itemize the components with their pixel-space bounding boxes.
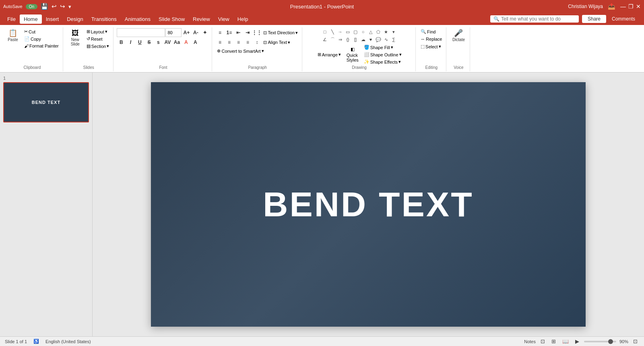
convert-smartart-button[interactable]: ⊕ Convert to SmartArt ▾	[215, 48, 265, 54]
close-button[interactable]: ✕	[636, 3, 641, 10]
shape-dangle-btn[interactable]: ⌒	[329, 36, 336, 43]
menu-item-transitions[interactable]: Transitions	[87, 15, 121, 24]
shape-formula-btn[interactable]: ∑	[390, 36, 397, 43]
slideshow-view-button[interactable]: ▶	[574, 338, 581, 345]
canvas-area[interactable]: BEND TEXT	[93, 73, 644, 336]
increase-font-button[interactable]: A+	[182, 28, 191, 37]
shape-heart-btn[interactable]: ♥	[367, 36, 374, 43]
format-painter-button[interactable]: 🖌 Format Painter	[23, 43, 60, 49]
copy-button[interactable]: 📄 Copy	[23, 35, 60, 42]
menu-item-slideshow[interactable]: Slide Show	[155, 15, 189, 24]
redo-icon[interactable]: ↪	[60, 3, 65, 10]
shape-outline-button[interactable]: ⬜ Shape Outline ▾	[362, 51, 403, 58]
section-button[interactable]: ▤ Section ▾	[85, 43, 111, 50]
clear-format-button[interactable]: ✦	[200, 28, 209, 37]
paste-button[interactable]: 📋 Paste	[4, 28, 22, 43]
menu-item-animations[interactable]: Animations	[121, 15, 155, 24]
shape-cloud-btn[interactable]: ☁	[359, 36, 367, 43]
shape-triangle-btn[interactable]: △	[367, 28, 374, 35]
menu-item-view[interactable]: View	[214, 15, 233, 24]
shape-angle-btn[interactable]: ∠	[321, 36, 328, 43]
shape-brace-btn[interactable]: {}	[344, 36, 351, 43]
restore-button[interactable]: ❐	[628, 3, 634, 10]
numbering-button[interactable]: 1≡	[225, 28, 233, 37]
share-button[interactable]: Share	[582, 15, 606, 23]
search-bar[interactable]: 🔍	[490, 15, 579, 23]
new-slide-button[interactable]: 🖼 NewSlide	[66, 28, 84, 48]
select-button[interactable]: ⬚ Select ▾	[419, 43, 443, 50]
slide-sorter-button[interactable]: ⊞	[550, 338, 557, 345]
quick-styles-button[interactable]: ◧ QuickStyles	[345, 46, 361, 64]
reading-view-button[interactable]: 📖	[561, 338, 570, 345]
align-left-button[interactable]: ≡	[215, 38, 224, 47]
columns-button[interactable]: ⋮⋮	[252, 28, 261, 37]
minimize-button[interactable]: —	[620, 3, 626, 10]
customize-icon[interactable]: ▾	[68, 4, 71, 10]
shape-pentagon-btn[interactable]: ⬠	[375, 28, 382, 35]
shape-rect-btn[interactable]: □	[321, 28, 328, 35]
underline-button[interactable]: U	[135, 38, 144, 47]
shape-fill-button[interactable]: 🪣 Shape Fill ▾	[362, 44, 403, 51]
shape-rounded-btn[interactable]: ▢	[352, 28, 359, 35]
font-color-button[interactable]: A	[182, 38, 190, 47]
slide-canvas[interactable]: BEND TEXT	[151, 82, 586, 327]
decrease-font-button[interactable]: A-	[191, 28, 200, 37]
comments-button[interactable]: Comments	[606, 15, 641, 23]
shape-effects-icon: ✨	[364, 59, 369, 64]
zoom-slider[interactable]	[584, 341, 616, 342]
highlight-button[interactable]: A	[191, 38, 200, 47]
menu-item-review[interactable]: Review	[189, 15, 214, 24]
shape-line-btn[interactable]: ╲	[329, 28, 336, 35]
save-icon[interactable]: 💾	[41, 3, 48, 10]
notes-button[interactable]: Notes	[524, 339, 536, 344]
arrange-button[interactable]: ⊞ Arrange ▾	[316, 51, 343, 58]
decrease-indent-button[interactable]: ⇤	[234, 28, 243, 37]
line-spacing-button[interactable]: ↕	[252, 38, 261, 47]
menu-item-design[interactable]: Design	[63, 15, 87, 24]
shape-circle-btn[interactable]: ○	[359, 28, 367, 35]
shape-arrow2-btn[interactable]: ⇒	[336, 36, 344, 43]
shape-more-btn[interactable]: ▾	[390, 28, 397, 35]
shape-star-btn[interactable]: ★	[382, 28, 390, 35]
autosave-toggle[interactable]: On	[26, 4, 37, 9]
share-icon[interactable]: 📤	[608, 3, 615, 10]
undo-icon[interactable]: ↩	[52, 3, 57, 10]
reset-button[interactable]: ↺ Reset	[85, 35, 111, 42]
shape-custom-btn[interactable]: ∿	[382, 36, 390, 43]
menu-item-home[interactable]: Home	[20, 15, 42, 24]
shape-callout-btn[interactable]: 💬	[375, 36, 382, 43]
slide-thumbnail[interactable]: BEND TEXT	[3, 82, 89, 122]
layout-button[interactable]: ⊞ Layout ▾	[85, 28, 111, 35]
zoom-thumb[interactable]	[608, 339, 613, 344]
cut-button[interactable]: ✂ Cut	[23, 28, 60, 35]
accessibility-icon[interactable]: ♿	[33, 339, 39, 344]
bullets-button[interactable]: ≡	[215, 28, 224, 37]
font-name-input[interactable]	[117, 28, 165, 37]
shape-bracket-btn[interactable]: []	[352, 36, 359, 43]
shape-rect2-btn[interactable]: ▭	[344, 28, 351, 35]
fit-slide-button[interactable]: ⊡	[632, 338, 639, 345]
font-size-input[interactable]	[165, 28, 182, 37]
align-center-button[interactable]: ≡	[225, 38, 233, 47]
shape-arrow-btn[interactable]: →	[336, 28, 344, 35]
find-button[interactable]: 🔍 Find	[419, 28, 437, 35]
change-case-button[interactable]: Aa	[172, 38, 181, 47]
align-right-button[interactable]: ≡	[234, 38, 243, 47]
bold-button[interactable]: B	[117, 38, 126, 47]
menu-item-file[interactable]: File	[3, 15, 20, 24]
align-text-button[interactable]: ⊡ Align Text ▾	[262, 39, 292, 46]
shape-effects-button[interactable]: ✨ Shape Effects ▾	[362, 58, 403, 65]
menu-item-insert[interactable]: Insert	[42, 15, 63, 24]
shadow-button[interactable]: s	[154, 38, 163, 47]
normal-view-button[interactable]: ⊡	[539, 338, 547, 345]
justify-button[interactable]: ≡	[243, 38, 252, 47]
menu-item-help[interactable]: Help	[233, 15, 252, 24]
replace-button[interactable]: ↔ Replace	[419, 36, 444, 42]
strikethrough-button[interactable]: S	[144, 38, 153, 47]
dictate-button[interactable]: 🎤 Dictate	[450, 28, 467, 43]
italic-button[interactable]: I	[126, 38, 135, 47]
search-input[interactable]	[501, 16, 574, 22]
text-direction-button[interactable]: ⊡ Text Direction ▾	[262, 29, 299, 36]
spacing-button[interactable]: AV	[163, 38, 172, 47]
increase-indent-button[interactable]: ⇥	[243, 28, 252, 37]
